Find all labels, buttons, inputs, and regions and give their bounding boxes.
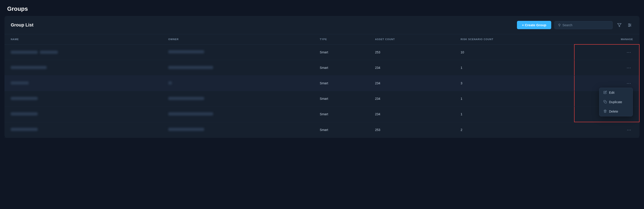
table-header-row: NAME OWNER TYPE ASSET COUNT RISK SCENARI…: [4, 34, 639, 44]
blurred-name: [11, 128, 38, 131]
filter-button[interactable]: [616, 22, 623, 29]
cell-owner: [162, 122, 314, 138]
svg-point-5: [630, 25, 630, 25]
search-box: ⚲: [554, 21, 613, 29]
cell-manage: ⋯: [574, 60, 639, 76]
cell-asset-count: 253: [369, 122, 454, 138]
cell-risk-count: 10: [454, 44, 574, 60]
svg-point-4: [629, 24, 630, 24]
cell-manage: ⋯: [574, 122, 639, 138]
svg-marker-0: [618, 23, 621, 27]
cell-type: Smart: [314, 44, 369, 60]
cell-type: Smart: [314, 76, 369, 91]
filter-icon: [617, 23, 622, 27]
col-risk-scenario-count: RISK SCENARIO COUNT: [454, 34, 574, 44]
table-row: Smart 234 1 ⋯: [4, 91, 639, 107]
cell-name: [4, 107, 162, 122]
cell-name: [4, 60, 162, 76]
card-title: Group List: [11, 23, 34, 28]
cell-type: Smart: [314, 91, 369, 107]
cell-name: [4, 122, 162, 138]
blurred-owner: [168, 112, 213, 115]
header-actions: + Create Group ⚲: [517, 21, 633, 29]
cell-asset-count: 253: [369, 44, 454, 60]
table-row: Smart 234 3 ⋯: [4, 76, 639, 91]
cell-owner: [162, 44, 314, 60]
main-card: Group List + Create Group ⚲ NAME OWNER T…: [4, 16, 640, 138]
blurred-owner: [168, 128, 204, 131]
cell-asset-count: 234: [369, 107, 454, 122]
blurred-name: [11, 51, 38, 54]
blurred-owner: [168, 50, 204, 53]
create-group-button[interactable]: + Create Group: [517, 21, 551, 29]
context-menu-wrapper: ⋯ Edit: [625, 80, 633, 87]
manage-dots-button[interactable]: ⋯: [625, 49, 633, 56]
col-manage: MANAGE: [574, 34, 639, 44]
cell-manage: ⋯ Edit: [574, 76, 639, 91]
blurred-name: [11, 66, 46, 69]
cell-risk-count: 1: [454, 107, 574, 122]
col-owner: OWNER: [162, 34, 314, 44]
cell-manage: ⋯: [574, 44, 639, 60]
table-row: Smart 234 1 ⋯: [4, 60, 639, 76]
blurred-owner: [168, 81, 172, 85]
blurred-owner: [168, 66, 213, 69]
svg-point-6: [629, 26, 630, 27]
col-name: NAME: [4, 34, 162, 44]
page-header: Groups: [0, 0, 644, 16]
manage-dots-button[interactable]: ⋯: [625, 80, 633, 87]
cell-risk-count: 1: [454, 91, 574, 107]
search-icon: ⚲: [558, 23, 561, 27]
page-title: Groups: [7, 6, 637, 12]
cell-risk-count: 3: [454, 76, 574, 91]
cell-owner: [162, 60, 314, 76]
table-row: Smart 234 1 ⋯: [4, 107, 639, 122]
cell-name: [4, 76, 162, 91]
cell-risk-count: 2: [454, 122, 574, 138]
cell-owner: [162, 107, 314, 122]
table-row: Smart 253 10 ⋯: [4, 44, 639, 60]
settings-button[interactable]: [626, 22, 633, 29]
cell-name: [4, 91, 162, 107]
edit-menu-item[interactable]: Edit: [600, 88, 632, 97]
card-header: Group List + Create Group ⚲: [4, 16, 640, 34]
cell-type: Smart: [314, 60, 369, 76]
col-asset-count: ASSET COUNT: [369, 34, 454, 44]
cell-owner: [162, 76, 314, 91]
cell-owner: [162, 91, 314, 107]
blurred-name-2: [40, 51, 58, 54]
cell-risk-count: 1: [454, 60, 574, 76]
col-type: TYPE: [314, 34, 369, 44]
blurred-name: [11, 112, 38, 115]
context-menu: Edit Duplicate: [599, 88, 633, 116]
search-input[interactable]: [562, 23, 609, 27]
blurred-owner: [168, 97, 204, 100]
cell-asset-count: 234: [369, 91, 454, 107]
manage-dots-button[interactable]: ⋯: [625, 126, 633, 133]
cell-type: Smart: [314, 107, 369, 122]
svg-rect-7: [605, 101, 606, 103]
blurred-name: [11, 81, 29, 85]
settings-icon: [628, 23, 632, 27]
manage-dots-button[interactable]: ⋯: [625, 64, 633, 71]
delete-icon: [604, 109, 607, 113]
cell-asset-count: 234: [369, 60, 454, 76]
edit-icon: [604, 91, 607, 95]
cell-asset-count: 234: [369, 76, 454, 91]
table-container: NAME OWNER TYPE ASSET COUNT RISK SCENARI…: [4, 34, 640, 138]
cell-type: Smart: [314, 122, 369, 138]
delete-menu-item[interactable]: Delete: [600, 107, 632, 116]
blurred-name: [11, 97, 38, 100]
duplicate-icon: [604, 100, 607, 104]
table-row: Smart 253 2 ⋯: [4, 122, 639, 138]
cell-name: [4, 44, 162, 60]
groups-table: NAME OWNER TYPE ASSET COUNT RISK SCENARI…: [4, 34, 640, 138]
duplicate-menu-item[interactable]: Duplicate: [600, 97, 632, 107]
